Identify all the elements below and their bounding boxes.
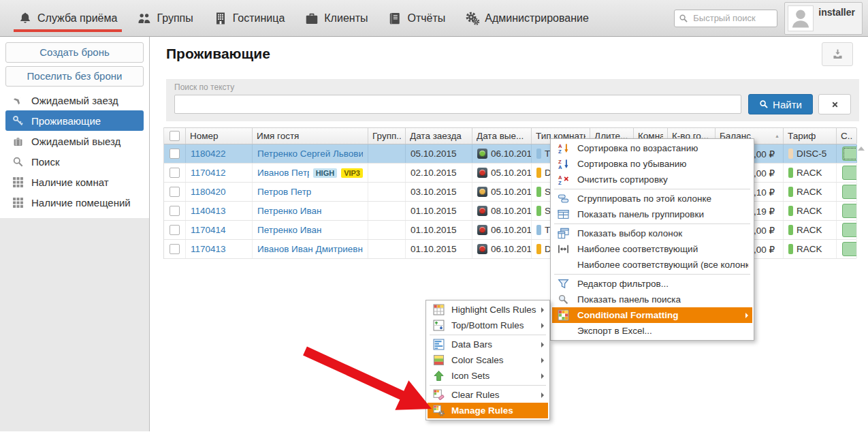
column-header-status[interactable]: С...: [837, 128, 857, 144]
menu-item-show-search-panel[interactable]: Показать панель поиска: [552, 292, 752, 307]
cell-status: [837, 221, 857, 239]
sidebar-item-4[interactable]: Наличие комнат: [5, 172, 144, 192]
text-search-input[interactable]: [174, 95, 741, 114]
booking-number-link[interactable]: 1170414: [191, 225, 226, 235]
clear-search-button[interactable]: [818, 94, 851, 114]
tab-users[interactable]: Группы: [127, 0, 203, 36]
cell-departure: 05.10.2015: [472, 164, 532, 182]
menu-item-highlight-cells-rules[interactable]: Highlight Cells Rules: [428, 302, 548, 318]
cell-check[interactable]: [164, 240, 186, 258]
select-all-checkbox[interactable]: [170, 131, 180, 141]
cell-number: 1170414: [186, 221, 253, 239]
tab-bell[interactable]: Служба приёма: [8, 0, 127, 36]
find-button[interactable]: Найти: [748, 94, 813, 114]
row-checkbox[interactable]: [170, 187, 180, 197]
menu-item-column-chooser[interactable]: Показать выбор колонок: [552, 226, 752, 241]
column-header-tariff[interactable]: Тариф: [784, 128, 837, 144]
booking-number-link[interactable]: 1180420: [191, 187, 226, 197]
book-icon: [388, 12, 402, 25]
row-checkbox[interactable]: [170, 206, 180, 216]
cell-departure: 05.10.2015: [472, 183, 532, 201]
menu-item-clear-rules[interactable]: Clear Rules: [428, 387, 548, 403]
guest-name-link[interactable]: Иванов Иван Дмитриевна: [257, 244, 363, 254]
cell-status: [837, 164, 857, 182]
row-checkbox[interactable]: [170, 149, 180, 159]
menu-item-label: Highlight Cells Rules: [451, 305, 537, 315]
cell-status: [837, 202, 857, 220]
sidebar-item-3[interactable]: Поиск: [5, 151, 144, 172]
sort-ascending-indicator-icon: ▲: [775, 134, 779, 138]
quick-search-input[interactable]: [674, 10, 777, 27]
menu-item-show-group-panel[interactable]: Показать панель группировки: [552, 206, 752, 222]
tab-briefcase[interactable]: Клиенты: [295, 0, 378, 36]
cell-arrival: 01.10.2015: [406, 221, 472, 239]
menu-item-sort-clear[interactable]: AZОчистить сортировку: [552, 172, 752, 187]
menu-item-sort-ascending[interactable]: AZСортировка по возрастанию: [552, 140, 752, 156]
guest-name-link[interactable]: Петренко Иван: [257, 225, 321, 235]
sidebar: Создать бронь Поселить без брони Ожидаем…: [0, 37, 150, 431]
cell-check[interactable]: [164, 221, 186, 239]
menu-item-conditional-formatting[interactable]: Conditional Formatting: [552, 307, 752, 323]
menu-item-label: Сортировка по убыванию: [577, 159, 748, 169]
guest-name-link[interactable]: Петренко Сергей Львович: [257, 149, 363, 159]
cell-check[interactable]: [164, 144, 186, 163]
cell-arrival: 01.10.2015: [406, 240, 472, 258]
export-button[interactable]: [822, 42, 853, 66]
search-panel-icon: [558, 294, 569, 305]
menu-item-filter-editor[interactable]: Редактор фильтров...: [552, 276, 752, 292]
menu-item-icon-sets[interactable]: Icon Sets: [428, 368, 548, 384]
cell-arrival: 03.10.2015: [406, 183, 472, 201]
grid-context-menu: AZСортировка по возрастаниюZAСортировка …: [550, 138, 754, 341]
booking-number-link[interactable]: 1180422: [191, 149, 226, 159]
menu-item-color-scales[interactable]: Color Scales: [428, 352, 548, 368]
cell-check[interactable]: [164, 183, 186, 201]
menu-item-export-excel[interactable]: Экспорт в Excel...: [552, 323, 752, 339]
checkin-without-booking-button[interactable]: Поселить без брони: [5, 66, 144, 87]
tab-book[interactable]: Отчёты: [378, 0, 455, 36]
booking-number-link[interactable]: 1140413: [191, 206, 226, 216]
guest-name-link[interactable]: Иванов Петр: [257, 168, 309, 178]
sidebar-item-1[interactable]: Проживающие: [5, 110, 144, 131]
booking-number-link[interactable]: 1170413: [191, 244, 226, 254]
create-booking-button[interactable]: Создать бронь: [5, 42, 144, 63]
column-header-departure[interactable]: Дата вые...: [472, 128, 532, 144]
menu-item-data-bars[interactable]: Data Bars: [428, 337, 548, 352]
menu-item-best-fit-all[interactable]: Наиболее соответствующий (все колонки): [552, 257, 752, 273]
row-checkbox[interactable]: [170, 225, 180, 235]
sidebar-item-0[interactable]: Ожидаемый заезд: [5, 90, 144, 110]
guest-name-link[interactable]: Петренко Иван: [257, 206, 321, 216]
sidebar-item-2[interactable]: Ожидаемый выезд: [5, 131, 144, 151]
submenu-arrow-icon: [541, 323, 544, 328]
cell-name: Иванов Иван Дмитриевна: [253, 240, 368, 258]
column-header-arrival[interactable]: Дата заезда: [406, 128, 472, 144]
column-header-check[interactable]: [164, 128, 186, 144]
sidebar-item-5[interactable]: Наличие помещений: [5, 192, 144, 213]
column-label: Номер: [190, 131, 219, 141]
column-header-number[interactable]: Номер: [186, 128, 253, 144]
row-checkbox[interactable]: [170, 168, 180, 178]
cell-check[interactable]: [164, 164, 186, 182]
cell-arrival: 05.10.2015: [406, 144, 472, 163]
guest-name-link[interactable]: Петров Петр: [257, 187, 311, 197]
menu-item-group-by-column[interactable]: Сгруппировать по этой колонке: [552, 191, 752, 206]
menu-item-top-bottom-rules[interactable]: Top/Bottom Rules: [428, 318, 548, 333]
user-menu[interactable]: installer: [784, 2, 863, 35]
row-checkbox[interactable]: [170, 244, 180, 254]
column-header-name[interactable]: Имя гостя: [253, 128, 368, 144]
scrollbar-up-icon[interactable]: [858, 146, 865, 151]
tab-gears[interactable]: Администрирование: [455, 0, 599, 36]
status-badge: [842, 185, 857, 199]
tab-label: Администрирование: [485, 12, 589, 25]
sidebar-item-label: Проживающие: [31, 115, 101, 127]
sidebar-item-label: Наличие помещений: [31, 197, 131, 209]
menu-item-manage-rules[interactable]: Manage Rules: [428, 403, 548, 418]
best-fit-icon: [558, 243, 569, 255]
cell-check[interactable]: [164, 202, 186, 220]
column-header-group[interactable]: Групп...: [368, 128, 406, 144]
booking-number-link[interactable]: 1170412: [191, 168, 226, 178]
tab-building[interactable]: Гостиница: [204, 0, 295, 36]
column-label: Тариф: [788, 131, 816, 141]
close-icon: [831, 100, 839, 109]
menu-item-sort-descending[interactable]: ZAСортировка по убыванию: [552, 156, 752, 172]
menu-item-best-fit[interactable]: Наиболее соответствующий: [552, 241, 752, 257]
